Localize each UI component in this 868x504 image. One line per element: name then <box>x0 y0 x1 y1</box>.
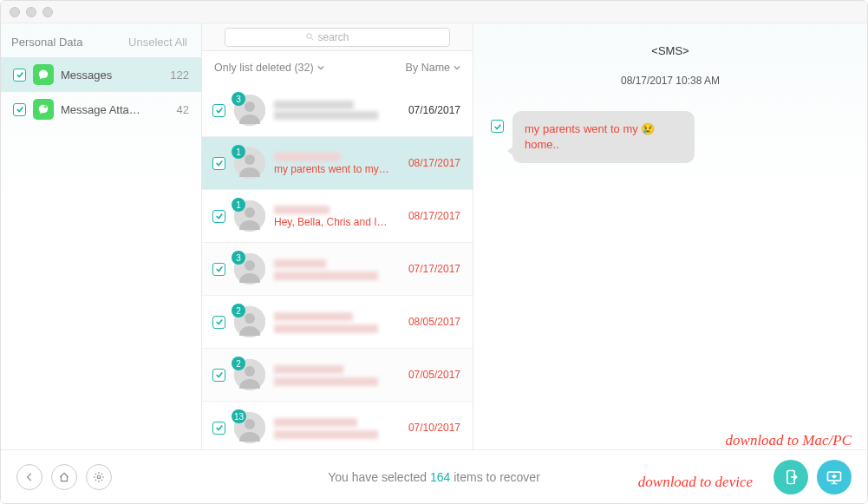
conversation-checkbox[interactable] <box>212 369 225 382</box>
conversation-preview-redacted <box>274 111 378 120</box>
searchbox[interactable] <box>225 28 450 47</box>
svg-point-0 <box>44 105 48 108</box>
sidebar-item-label: Message Atta… <box>61 103 170 116</box>
conversation-checkbox[interactable] <box>212 263 225 276</box>
unselect-all-button[interactable]: Unselect All <box>128 36 187 49</box>
conversation-name-redacted <box>274 206 330 214</box>
conversation-date: 07/17/2017 <box>408 263 460 275</box>
minimize-traffic-light[interactable] <box>26 7 36 17</box>
conversation-text: my parents went to my… <box>274 151 400 175</box>
conversation-text <box>274 258 400 280</box>
attachment-icon <box>33 99 54 120</box>
app-window: Personal Data Unselect All Messages 122 … <box>0 0 868 504</box>
avatar: 2 <box>234 306 265 337</box>
conversation-date: 07/10/2017 <box>408 422 460 434</box>
conversation-preview-redacted <box>274 272 378 280</box>
unread-badge: 3 <box>232 251 245 265</box>
unread-badge: 1 <box>232 198 245 212</box>
search-input[interactable] <box>318 31 370 43</box>
conversation-name-redacted <box>274 101 354 109</box>
unread-badge: 2 <box>232 304 245 317</box>
conversation-row[interactable]: 207/05/2017 <box>202 349 473 402</box>
download-to-device-button[interactable] <box>773 460 808 494</box>
chevron-down-icon <box>454 64 460 71</box>
search-icon <box>305 32 315 42</box>
footer: You have selected 164 items to recover <box>1 449 867 503</box>
svg-point-14 <box>245 366 255 376</box>
conversation-checkbox[interactable] <box>212 104 225 117</box>
conversation-name-redacted <box>274 153 341 161</box>
unread-badge: 3 <box>232 92 245 106</box>
sidebar-item-count: 122 <box>170 69 189 82</box>
detail-timestamp: 08/17/2017 10:38 AM <box>491 75 850 87</box>
avatar: 1 <box>234 200 265 232</box>
conversation-name-redacted <box>274 259 326 268</box>
conversation-date: 08/05/2017 <box>408 316 460 328</box>
sidebar-item-attachments[interactable]: Message Atta… 42 <box>1 92 201 127</box>
selected-count: 164 <box>430 470 450 484</box>
svg-point-6 <box>245 154 255 165</box>
conversation-preview: my parents went to my… <box>274 163 400 175</box>
zoom-traffic-light[interactable] <box>42 7 53 17</box>
svg-point-1 <box>306 34 311 39</box>
conversation-date: 08/17/2017 <box>408 210 460 222</box>
conversation-date: 07/05/2017 <box>408 369 460 381</box>
conversation-row[interactable]: 307/16/2017 <box>202 84 473 137</box>
conversation-row[interactable]: 307/17/2017 <box>202 243 473 296</box>
conversation-row[interactable]: 208/05/2017 <box>202 296 473 349</box>
conversation-row[interactable]: 1307/10/2017 <box>202 402 473 449</box>
export-buttons <box>773 460 852 494</box>
filter-deleted-dropdown[interactable]: Only list deleted (32) <box>214 62 324 74</box>
avatar: 1 <box>234 147 265 179</box>
conversation-preview-redacted <box>274 377 378 386</box>
settings-button[interactable] <box>86 464 112 490</box>
status-text: You have selected 164 items to recover <box>328 470 540 484</box>
svg-point-16 <box>245 419 255 429</box>
unread-badge: 1 <box>232 145 245 159</box>
conversation-checkbox[interactable] <box>212 422 225 435</box>
conversation-checkbox[interactable] <box>212 157 225 170</box>
conversation-text <box>274 416 400 439</box>
sidebar-header: Personal Data Unselect All <box>1 23 201 57</box>
titlebar <box>1 1 867 23</box>
sidebar-title: Personal Data <box>11 36 82 49</box>
sort-dropdown[interactable]: By Name <box>406 62 460 74</box>
message-checkbox[interactable] <box>491 120 504 133</box>
avatar: 13 <box>234 412 265 443</box>
avatar: 3 <box>234 253 265 285</box>
conversation-preview-redacted <box>274 430 378 439</box>
filterbar: Only list deleted (32) By Name <box>202 51 473 84</box>
conversation-checkbox[interactable] <box>212 316 225 329</box>
sidebar-item-messages[interactable]: Messages 122 <box>1 57 201 92</box>
device-icon <box>782 468 799 486</box>
sidebar: Personal Data Unselect All Messages 122 … <box>1 23 202 449</box>
avatar: 2 <box>234 359 265 390</box>
svg-line-2 <box>310 38 312 40</box>
close-traffic-light[interactable] <box>10 7 20 17</box>
back-button[interactable] <box>16 464 42 490</box>
conversation-text: Hey, Bella, Chris and I… <box>274 204 400 228</box>
conversation-list[interactable]: 307/16/20171my parents went to my…08/17/… <box>202 84 473 449</box>
message-bubble: my parents went to my 😢 home.. <box>512 111 695 163</box>
unread-badge: 2 <box>232 357 245 370</box>
conversation-name-redacted <box>274 312 353 321</box>
home-button[interactable] <box>51 464 77 490</box>
conversation-row[interactable]: 1Hey, Bella, Chris and I…08/17/2017 <box>202 190 473 243</box>
messages-icon <box>33 64 54 85</box>
conversation-text <box>274 363 400 386</box>
conversation-row[interactable]: 1my parents went to my…08/17/2017 <box>202 137 473 190</box>
conversation-preview: Hey, Bella, Chris and I… <box>274 216 400 228</box>
avatar: 3 <box>234 95 265 126</box>
conversation-checkbox[interactable] <box>212 210 225 223</box>
svg-point-19 <box>97 475 101 479</box>
detail-title: <SMS> <box>491 44 850 57</box>
svg-point-10 <box>245 260 255 271</box>
svg-point-12 <box>245 313 255 324</box>
checkbox[interactable] <box>13 69 26 82</box>
checkbox[interactable] <box>13 103 26 116</box>
conversation-text <box>274 311 400 333</box>
download-to-pc-button[interactable] <box>817 460 852 494</box>
computer-icon <box>826 468 843 486</box>
conversation-column: Only list deleted (32) By Name 307/16/20… <box>202 23 473 449</box>
chevron-down-icon <box>317 64 324 71</box>
